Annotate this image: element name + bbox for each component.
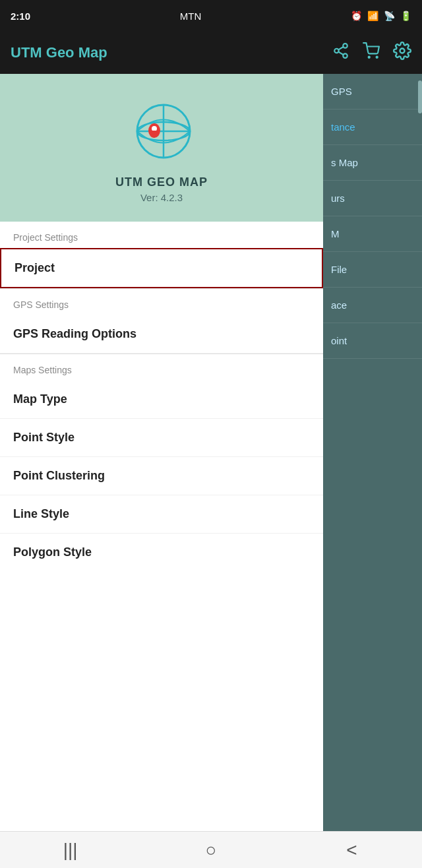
status-bar: 2:10 MTN ⏰ 📶 📡 🔋 [0,0,422,32]
drawer-app-name: UTM GEO MAP [115,175,208,189]
app-title: UTM Geo Map [11,44,324,61]
svg-point-13 [152,126,157,131]
signal-icon: 📡 [384,11,395,21]
scrollbar[interactable] [418,80,422,113]
svg-point-6 [377,56,378,57]
carrier-label: MTN [180,11,202,22]
main-area: UTM GEO MAP Ver: 4.2.3 Project Settings … [0,74,422,831]
app-bar: UTM Geo Map [0,32,422,74]
project-settings-header: Project Settings [0,222,323,248]
home-button[interactable]: ○ [185,832,237,868]
status-icons: ⏰ 📶 📡 🔋 [351,11,411,21]
map-type-menu-item[interactable]: Map Type [0,381,323,419]
point-style-menu-item[interactable]: Point Style [0,419,323,457]
peek-item-distance: tance [323,109,422,145]
cart-icon[interactable] [363,42,380,64]
svg-line-3 [338,51,343,54]
project-menu-item[interactable]: Project [0,248,323,288]
bottom-nav: ||| ○ < [0,831,422,868]
recent-apps-button[interactable]: ||| [44,832,97,868]
alarm-icon: ⏰ [351,11,362,21]
app-bar-icons [332,42,411,65]
maps-settings-header: Maps Settings [0,354,323,381]
battery-icon: 🔋 [400,11,411,21]
line-style-menu-item[interactable]: Line Style [0,495,323,534]
peek-item-gps: GPS [323,74,422,109]
gps-reading-menu-item[interactable]: GPS Reading Options [0,315,323,354]
gps-settings-header: GPS Settings [0,289,323,315]
drawer-header: UTM GEO MAP Ver: 4.2.3 [0,74,323,222]
peek-item-oint: oint [323,323,422,359]
map-peek: GPS tance s Map urs M File ace oint [323,74,422,831]
settings-icon[interactable] [393,42,411,65]
share-icon[interactable] [332,42,349,64]
back-button[interactable]: < [325,832,378,868]
peek-item-m: M [323,216,422,252]
peek-item-map: s Map [323,145,422,181]
svg-line-4 [338,47,343,49]
peek-item-file: File [323,252,422,288]
wifi-icon: 📶 [367,11,378,21]
peek-item-ace: ace [323,288,422,323]
status-time: 2:10 [11,11,30,22]
globe-icon [125,95,198,168]
svg-point-7 [400,48,405,53]
navigation-drawer: UTM GEO MAP Ver: 4.2.3 Project Settings … [0,74,323,831]
peek-item-hours: urs [323,181,422,216]
polygon-style-menu-item[interactable]: Polygon Style [0,534,323,571]
point-clustering-menu-item[interactable]: Point Clustering [0,457,323,495]
drawer-version: Ver: 4.2.3 [140,192,183,203]
svg-point-5 [369,56,370,57]
